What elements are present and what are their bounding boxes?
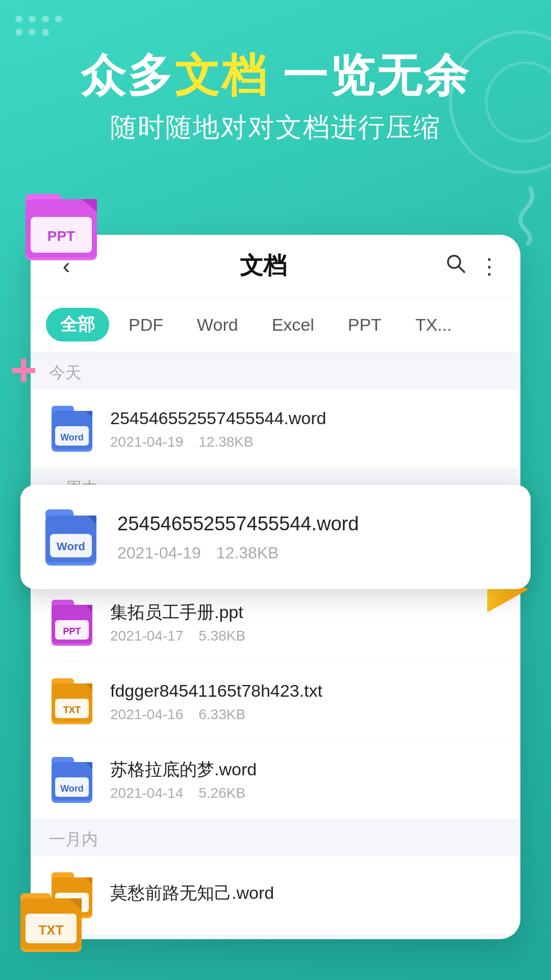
today-file-list: Word 254546552557455544.word 2021-04-19 … <box>31 389 520 468</box>
headline-area: 众多文档 一览无余 随时随地对对文档进行压缩 <box>0 51 551 145</box>
section-header-month: 一月内 <box>31 819 520 856</box>
tab-ppt[interactable]: PPT <box>334 310 396 340</box>
floating-card-date: 2021-04-19 <box>117 544 201 562</box>
bg-dots <box>15 15 62 36</box>
headline-part1: 众多 <box>81 50 174 101</box>
card-title: 文档 <box>240 250 287 282</box>
card-header: ‹ 文档 ⋮ <box>31 235 520 298</box>
file-name-month-1: 莫愁前路无知己.word <box>110 881 502 904</box>
file-name-week-3: fdgger84541165t78h423.txt <box>110 679 502 702</box>
file-icon-word2: Word <box>49 753 95 806</box>
file-item-week-4[interactable]: Word 苏格拉底的梦.word 2021-04-14 5.26KB <box>31 741 520 819</box>
file-name-week-2: 集拓员工手册.ppt <box>110 601 502 623</box>
file-meta-week-3: 2021-04-16 6.33KB <box>110 706 502 723</box>
file-item-week-3[interactable]: TXT fdgger84541165t78h423.txt 2021-04-16… <box>31 662 520 741</box>
svg-text:Word: Word <box>60 783 84 794</box>
tab-tx[interactable]: TX... <box>401 310 466 340</box>
file-info-today-1: 254546552557455544.word 2021-04-19 12.38… <box>110 407 502 450</box>
file-info-month-1: 莫愁前路无知己.word <box>110 881 502 908</box>
tab-pdf[interactable]: PDF <box>114 310 178 340</box>
file-size-week-4: 5.26KB <box>198 785 245 801</box>
file-info-week-2: 集拓员工手册.ppt 2021-04-17 5.38KB <box>110 601 502 644</box>
file-meta-week-2: 2021-04-17 5.38KB <box>110 628 502 644</box>
search-icon[interactable] <box>445 253 466 279</box>
tab-all[interactable]: 全部 <box>46 308 109 341</box>
tab-word[interactable]: Word <box>183 310 253 340</box>
file-item-month-1[interactable]: TXT 莫愁前路无知己.word <box>31 856 520 935</box>
file-name-today-1: 254546552557455544.word <box>110 407 502 429</box>
file-meta-today-1: 2021-04-19 12.38KB <box>110 434 502 450</box>
file-date-week-2: 2021-04-17 <box>110 628 183 644</box>
more-icon[interactable]: ⋮ <box>479 254 500 279</box>
file-meta-week-4: 2021-04-14 5.26KB <box>110 785 502 801</box>
file-icon-txt: TXT <box>49 674 95 728</box>
file-icon-word-today: Word <box>49 402 95 455</box>
svg-text:TXT: TXT <box>38 922 63 938</box>
svg-text:Word: Word <box>57 540 85 553</box>
file-name-week-4: 苏格拉底的梦.word <box>110 758 502 780</box>
file-date-week-4: 2021-04-14 <box>110 785 183 801</box>
headline-subtitle: 随时随地对对文档进行压缩 <box>0 110 551 145</box>
headline-part3: 一览无余 <box>268 50 470 101</box>
svg-text:Word: Word <box>60 432 84 443</box>
floating-card-icon: Word <box>43 504 99 570</box>
file-size-week-3: 6.33KB <box>198 706 245 723</box>
float-txt-bottom-icon: TXT <box>15 880 87 960</box>
svg-text:TXT: TXT <box>63 705 81 715</box>
file-size-week-2: 5.38KB <box>198 628 245 644</box>
file-item-today-1[interactable]: Word 254546552557455544.word 2021-04-19 … <box>31 389 520 468</box>
file-info-week-4: 苏格拉底的梦.word 2021-04-14 5.26KB <box>110 758 502 801</box>
floating-card-name: 254546552557455544.word <box>117 511 508 536</box>
filter-tabs: 全部 PDF Word Excel PPT TX... <box>31 298 520 353</box>
month-file-list: TXT 莫愁前路无知己.word <box>31 856 520 935</box>
headline-line1: 众多文档 一览无余 <box>0 51 551 101</box>
file-icon-ppt: PPT <box>49 596 95 649</box>
floating-card-info: 254546552557455544.word 2021-04-19 12.38… <box>117 511 508 562</box>
float-ppt-icon: PPT <box>20 179 102 268</box>
file-date-today-1: 2021-04-19 <box>110 434 183 450</box>
floating-card-meta: 2021-04-19 12.38KB <box>117 544 508 562</box>
floating-card-size: 12.38KB <box>216 544 279 562</box>
file-item-week-2[interactable]: PPT 集拓员工手册.ppt 2021-04-17 5.38KB <box>31 583 520 662</box>
svg-text:PPT: PPT <box>63 626 81 636</box>
file-info-week-3: fdgger84541165t78h423.txt 2021-04-16 6.3… <box>110 679 502 722</box>
headline-part2: 文档 <box>174 50 268 101</box>
floating-highlight-card[interactable]: Word 254546552557455544.word 2021-04-19 … <box>20 485 531 589</box>
header-icons: ⋮ <box>445 253 500 279</box>
file-size-today-1: 12.38KB <box>198 434 253 450</box>
float-plus-icon: + <box>10 347 37 393</box>
svg-text:PPT: PPT <box>47 228 75 244</box>
tab-excel[interactable]: Excel <box>258 310 329 340</box>
svg-line-14 <box>459 266 464 272</box>
file-date-week-3: 2021-04-16 <box>110 706 183 723</box>
section-header-today: 今天 <box>31 353 520 389</box>
